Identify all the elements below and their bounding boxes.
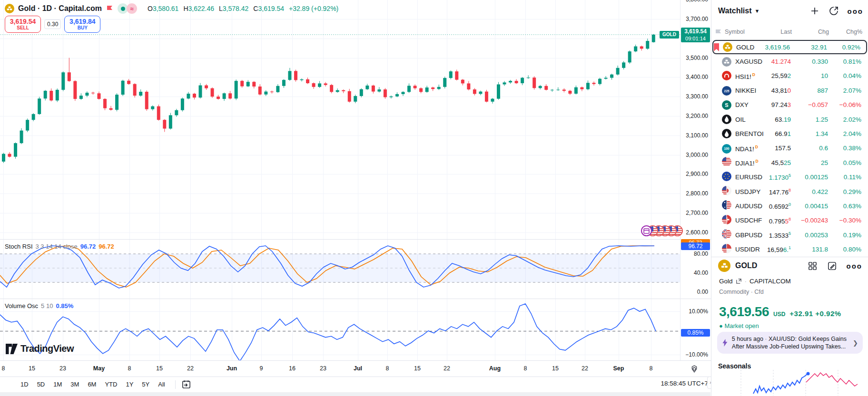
current-price-label: 3,619.54 09:01:14	[681, 28, 710, 42]
watchlist-row-oil[interactable]: OIL63.191.252.02%	[712, 112, 867, 126]
range-button-5y[interactable]: 5Y	[138, 379, 154, 390]
market-status: ● Market open	[719, 322, 759, 329]
watchlist-row-gold[interactable]: GOLD3,619.5632.910.92%	[712, 40, 867, 54]
watchlist-row-dxy[interactable]: SDXY97.243−0.057−0.06%	[712, 98, 867, 112]
flash-news-icon	[722, 339, 728, 347]
oil-icon	[722, 115, 731, 125]
panel-symbol-name[interactable]: GOLD	[735, 261, 757, 270]
row-change: 131.8	[812, 246, 828, 253]
row-change-pct: 2.04%	[843, 130, 861, 137]
stoch-tick: 0.00	[697, 289, 708, 295]
gold-icon	[723, 42, 732, 52]
row-flag-slot	[715, 58, 721, 66]
watchlist-row-hsi1[interactable]: HSI1!D25,592100.04%	[712, 69, 867, 83]
nikkei-icon: 225	[722, 86, 731, 96]
watchlist-title[interactable]: Watchlist	[718, 7, 752, 15]
row-change: 1.34	[816, 130, 828, 137]
row-change-pct: 0.92%	[842, 44, 860, 51]
watchlist-row-brentoi[interactable]: BRENTOI66.911.342.04%	[712, 126, 867, 141]
price-tick: 2,900.00	[686, 171, 708, 177]
row-flag-slot	[715, 231, 721, 239]
volume-tick: −10.00%	[685, 351, 708, 358]
chevron-down-icon[interactable]: ▼	[755, 8, 760, 14]
hsi1!-icon	[722, 71, 731, 81]
sell-button[interactable]: 3,619.54 SELL	[5, 16, 41, 33]
watchlist-row-eurusd[interactable]: EURUSD1.173050.001250.11%	[712, 170, 867, 184]
gold-icon	[5, 4, 14, 13]
panel-menu-icon[interactable]: ооо	[847, 262, 863, 270]
watchlist-column-headers[interactable]: SymbolLastChgChg%	[715, 29, 864, 37]
flag-icon[interactable]	[106, 5, 114, 13]
row-symbol: USDCHF	[735, 217, 762, 224]
price-line-symbol-tag: GOLD	[660, 31, 679, 39]
range-button-1m[interactable]: 1M	[49, 379, 66, 390]
row-flag-slot	[715, 101, 721, 109]
row-symbol: DXY	[735, 101, 749, 108]
watchlist-menu-icon[interactable]: ооо	[848, 7, 864, 15]
external-link-icon[interactable]	[736, 278, 742, 284]
range-button-1y[interactable]: 1Y	[121, 379, 138, 390]
panel-change: +32.91 +0.92%	[789, 309, 841, 318]
buy-price: 3,619.84	[65, 18, 100, 25]
chevron-right-icon[interactable]: ❯	[853, 339, 858, 347]
volume-osc-legend[interactable]: Volume Osc 5 10 0.85%	[5, 302, 73, 309]
watchlist-row-usdchf[interactable]: USDCHF0.79558−0.00243−0.30%	[712, 213, 867, 228]
range-button-all[interactable]: All	[154, 379, 169, 390]
price-axis[interactable]: 3,800.003,700.003,600.003,500.003,400.00…	[681, 0, 711, 377]
row-change: −0.00243	[801, 217, 828, 224]
axis-settings-icon[interactable]	[689, 364, 700, 374]
row-flag-slot	[715, 159, 721, 166]
price-tick: 3,700.00	[686, 16, 708, 22]
buy-label: BUY	[65, 25, 100, 30]
range-button-ytd[interactable]: YTD	[100, 379, 121, 390]
symbol-legend[interactable]: Gold · 1D · Capital.com ≈ O3,580.61H3,62…	[5, 3, 338, 14]
range-toolbar: 1D5D1M3M6MYTD1Y5YAll	[0, 377, 711, 392]
buy-button[interactable]: 3,619.84 BUY	[64, 16, 100, 33]
economic-event-icon[interactable]	[641, 225, 652, 236]
price-tick: 3,400.00	[686, 74, 708, 80]
row-change-pct: 0.05%	[843, 159, 861, 166]
price-tick: 2,800.00	[686, 190, 708, 197]
watchlist-row-gbpusd[interactable]: GBPUSD1.353350.002530.19%	[712, 228, 867, 242]
range-button-6m[interactable]: 6M	[83, 379, 100, 390]
range-button-3m[interactable]: 3M	[66, 379, 83, 390]
edit-note-icon[interactable]	[827, 261, 837, 271]
watchlist-row-djia1[interactable]: DJIA1!D45,525250.05%	[712, 155, 867, 170]
time-tick: 15	[29, 365, 35, 372]
row-flag-slot	[715, 145, 721, 152]
news-item[interactable]: 5 hours ago · XAU/USD: Gold Keeps Gains …	[717, 332, 863, 354]
connection-status-pill[interactable]: ≈	[118, 3, 137, 14]
symbol-title[interactable]: Gold · 1D · Capital.com	[18, 4, 102, 13]
row-last: 16,596.1	[767, 245, 791, 253]
row-change-pct: 0.11%	[844, 174, 861, 181]
row-symbol: NIKKEI	[735, 87, 756, 94]
add-symbol-icon[interactable]	[809, 6, 820, 16]
row-last: 1.35335	[769, 231, 791, 239]
seasonals-chart[interactable]	[711, 370, 868, 396]
exchange-name[interactable]: CAPITALCOM	[750, 278, 791, 285]
performance-icon[interactable]	[829, 6, 839, 16]
watchlist-row-xagusd[interactable]: XAGUSD41.2740.3300.81%	[712, 54, 867, 68]
stoch-rsi-legend[interactable]: Stoch RSI 3 3 14 14 close 96.72 96.72	[5, 243, 114, 250]
watchlist-row-audusd[interactable]: AUDUSD0.659200.004150.63%	[712, 199, 867, 213]
candlestick-chart[interactable]	[0, 0, 680, 239]
volume-osc-chart[interactable]	[0, 299, 680, 360]
time-tick: 9	[260, 365, 263, 372]
layout-grid-icon[interactable]	[808, 261, 818, 271]
watchlist-row-nda1[interactable]: 100NDA1!D157.50.60.38%	[712, 141, 867, 155]
row-last: 147.768	[769, 188, 791, 196]
usdjpy-icon	[722, 186, 731, 197]
row-change: 0.00125	[805, 174, 828, 181]
time-axis[interactable]: 81523May81522Jun91623Jul81522Aug81522Sep…	[0, 360, 711, 377]
watchlist-row-usdjpy[interactable]: USDJPY147.7680.4220.29%	[712, 184, 867, 199]
row-last: 41.274	[771, 58, 791, 65]
row-last: 43,810	[771, 87, 791, 94]
watchlist-row-usdidr[interactable]: USDIDR16,596.1131.80.80%	[712, 242, 867, 256]
watchlist-row-nikkei[interactable]: 225NIKKEI43,8108872.07%	[712, 83, 867, 97]
row-change: 32.91	[811, 44, 827, 51]
range-button-5d[interactable]: 5D	[33, 379, 49, 390]
row-change: 0.00415	[805, 203, 828, 210]
price-tick: 3,100.00	[686, 132, 708, 139]
range-button-1d[interactable]: 1D	[16, 379, 33, 390]
go-to-date-icon[interactable]	[181, 379, 191, 389]
